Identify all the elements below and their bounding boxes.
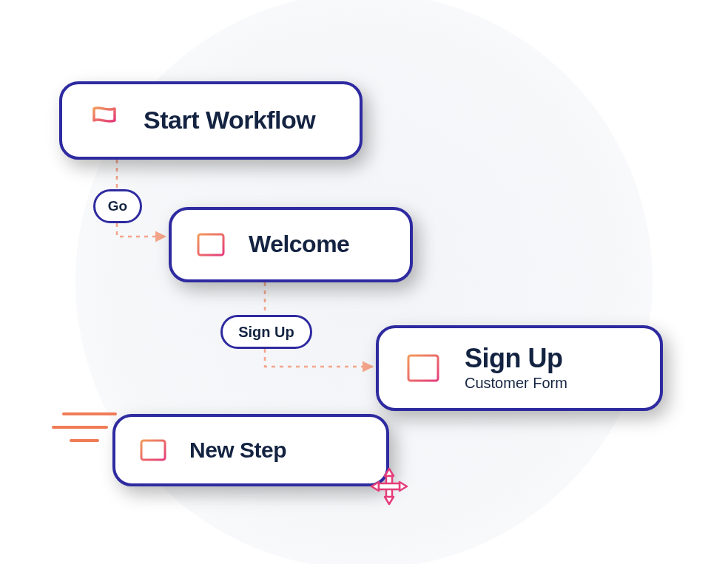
svg-marker-11 [385,497,394,504]
node-new-step[interactable]: New Step [112,414,389,486]
svg-rect-8 [141,441,165,460]
workflow-canvas: Start Workflow Go Welcome Sign Up [0,0,728,564]
window-icon [191,232,231,257]
window-icon [135,438,172,462]
layout-icon [401,353,445,383]
action-pill-signup[interactable]: Sign Up [220,315,312,349]
decorative-lines [49,407,123,454]
svg-marker-12 [371,482,379,491]
node-welcome-title: Welcome [249,232,349,257]
node-signup-title: Sign Up [465,344,567,373]
action-signup-label: Sign Up [238,324,294,341]
svg-rect-15 [379,483,400,489]
node-newstep-title: New Step [189,438,286,462]
svg-marker-10 [385,469,394,476]
node-start-title: Start Workflow [144,107,315,134]
move-handle-icon[interactable] [370,467,408,509]
flag-icon [83,104,126,137]
svg-rect-0 [198,234,223,255]
node-start-workflow[interactable]: Start Workflow [59,81,363,160]
node-signup-subtitle: Customer Form [465,375,567,392]
action-pill-go[interactable]: Go [93,189,142,223]
action-go-label: Go [108,198,127,214]
svg-marker-13 [400,482,407,491]
svg-rect-2 [408,356,438,381]
node-signup[interactable]: Sign Up Customer Form [376,325,663,411]
node-welcome[interactable]: Welcome [169,207,413,282]
